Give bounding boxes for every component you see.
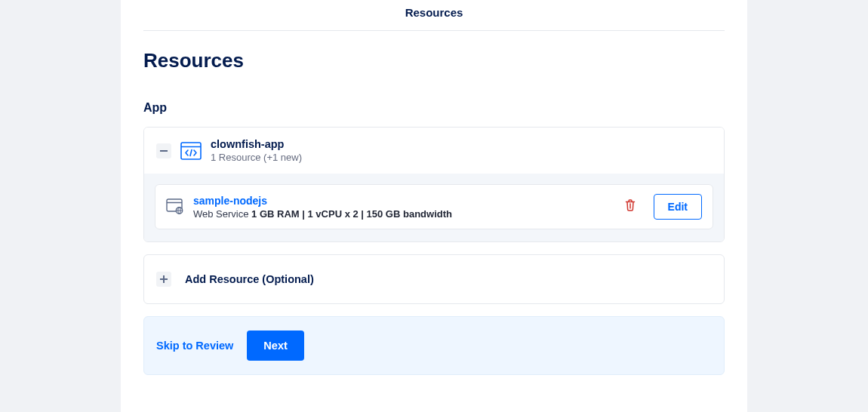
resource-panel: sample-nodejs Web Service 1 GB RAM | 1 v… — [144, 174, 724, 241]
svg-rect-0 — [160, 150, 168, 152]
add-resource-button[interactable]: Add Resource (Optional) — [143, 254, 725, 304]
edit-button[interactable]: Edit — [654, 194, 702, 220]
resource-details: Web Service 1 GB RAM | 1 vCPU x 2 | 150 … — [193, 208, 614, 220]
content-area: Resources App — [121, 31, 747, 375]
web-service-icon — [166, 198, 184, 215]
app-text: clownfish-app 1 Resource (+1 new) — [211, 138, 302, 163]
resource-main: sample-nodejs Web Service 1 GB RAM | 1 v… — [193, 195, 614, 220]
trash-icon — [625, 199, 636, 214]
tab-header: Resources — [143, 0, 725, 31]
app-name: clownfish-app — [211, 138, 302, 150]
tab-resources[interactable]: Resources — [405, 6, 463, 19]
skip-to-review-link[interactable]: Skip to Review — [156, 340, 233, 352]
resource-kind: Web Service — [193, 208, 251, 220]
svg-line-3 — [190, 149, 192, 155]
app-subtitle: 1 Resource (+1 new) — [211, 152, 302, 163]
app-row[interactable]: clownfish-app 1 Resource (+1 new) — [144, 128, 724, 174]
app-card: clownfish-app 1 Resource (+1 new) — [143, 127, 725, 242]
add-resource-label: Add Resource (Optional) — [185, 273, 314, 285]
plus-icon — [160, 272, 168, 286]
resource-name-link[interactable]: sample-nodejs — [193, 195, 614, 207]
page-title: Resources — [143, 49, 725, 72]
resource-row: sample-nodejs Web Service 1 GB RAM | 1 v… — [155, 184, 713, 229]
app-code-icon — [180, 142, 202, 160]
main-panel: Resources Resources App — [121, 0, 747, 412]
next-button[interactable]: Next — [247, 331, 303, 361]
minus-icon — [160, 150, 168, 152]
section-label-app: App — [143, 101, 725, 115]
footer-bar: Skip to Review Next — [143, 316, 725, 375]
collapse-toggle[interactable] — [156, 143, 171, 158]
resource-spec: 1 GB RAM | 1 vCPU x 2 | 150 GB bandwidth — [251, 208, 452, 220]
plus-icon-wrap — [156, 272, 171, 287]
svg-rect-11 — [160, 278, 168, 280]
delete-button[interactable] — [623, 200, 637, 214]
